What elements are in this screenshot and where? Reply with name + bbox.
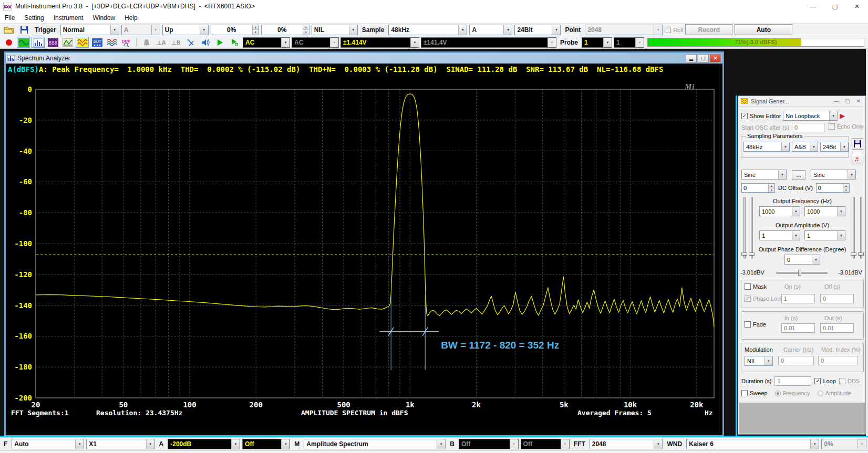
chevron-down-icon: ▼ [561,439,569,449]
siggen-channels-select[interactable]: A&B▼ [792,142,818,152]
sampling-channel-select[interactable]: A▼ [469,25,512,35]
siggen-maximize-button[interactable]: ▢ [843,98,852,104]
loopback-select[interactable]: No Loopback▼ [783,111,838,121]
spectrum-plot[interactable]: 0-20-40-60-80-100-120-140-160-180-200205… [6,75,721,417]
siggen-rate-select[interactable]: 48kHz▼ [743,142,790,152]
spectrum-chart-area[interactable]: 0-20-40-60-80-100-120-140-160-180-200205… [6,75,722,435]
frequency-b-select[interactable]: 1000▼ [804,206,845,216]
waveform-more-button[interactable]: ... [792,170,805,180]
svg-text:888: 888 [48,40,57,46]
signal-generator-icon[interactable] [76,37,89,48]
status-strip [0,450,868,453]
waveform-a-select[interactable]: Sine▼ [741,170,787,180]
view-settings-toolbar: F Auto▼ X1▼ A -200dB▼ Off▼ M Amplitude S… [0,437,868,450]
trigger-delay-input[interactable]: 0% ▲▼ [261,25,309,35]
siggen-bits-select[interactable]: 24Bit▼ [820,142,849,152]
balance-slider[interactable] [776,272,828,274]
siggen-music-button[interactable]: ♬ [852,153,863,164]
probe-calibration-icon[interactable] [184,37,197,48]
fft-size-select[interactable]: 2048▼ [590,439,663,449]
spinner-buttons[interactable]: ▲▼ [843,184,849,192]
mask-checkbox[interactable]: Mask [745,283,767,290]
ddp-viewer-icon[interactable]: DDP [120,37,133,48]
siggen-run-icon[interactable]: ▶ [840,112,845,119]
start-osc-input: 0 [792,123,824,132]
chevron-down-icon: ▼ [437,439,445,449]
save-icon[interactable] [17,24,30,35]
siggen-save-button[interactable] [852,138,863,150]
open-file-icon[interactable] [2,24,15,35]
menu-window[interactable]: Window [88,13,120,23]
trigger-edge-select[interactable]: Up▼ [162,25,209,35]
chevron-down-icon: ▼ [510,439,518,449]
chevron-down-icon: ▼ [848,170,855,179]
play-icon[interactable] [213,37,226,48]
siggen-minimize-button[interactable]: — [832,98,841,104]
waveform-b-select[interactable]: Sine▼ [811,170,856,180]
trigger-level-input[interactable]: 0% ▲▼ [211,25,259,35]
spinner-buttons[interactable]: ▲▼ [768,184,774,192]
a-range-select[interactable]: -200dB▼ [168,439,240,449]
maximize-button[interactable]: ▢ [824,0,846,13]
frequency-a-select[interactable]: 1000▼ [759,206,800,216]
menu-help[interactable]: Help [120,13,142,23]
phase-select[interactable]: 0▼ [784,255,820,265]
data-logger-icon[interactable] [105,37,118,48]
a-label: A [157,440,166,448]
view-mode-select[interactable]: Amplitude Spectrum▼ [304,439,446,449]
zoom-select[interactable]: X1▼ [86,439,154,449]
slider-thumb[interactable] [858,252,864,256]
fade-checkbox[interactable]: Fade [745,321,766,328]
menu-file[interactable]: File [0,13,19,23]
output-b-fine-slider[interactable] [860,197,862,259]
spinner-buttons[interactable]: ▲▼ [303,25,309,35]
spinner-buttons[interactable]: ▲▼ [252,25,259,35]
spectrum-close-button[interactable]: ✕ [710,54,721,62]
channel-a-range-select[interactable]: ±1.414V▼ [340,37,419,48]
slider-thumb[interactable] [851,252,856,256]
chevron-down-icon: ▼ [281,38,290,47]
window-function-select[interactable]: Kaiser 6▼ [686,439,819,449]
spectrum-maximize-button[interactable]: ▢ [698,54,709,62]
oscilloscope-icon[interactable] [17,37,30,48]
close-button[interactable]: ✕ [846,0,868,13]
auto-button[interactable]: Auto [735,24,792,35]
dc-offset-a-input[interactable]: 0 ▲▼ [741,183,775,193]
sampling-rate-select[interactable]: 48kHz▼ [388,25,467,35]
bit-depth-select[interactable]: 24Bit▼ [514,25,561,35]
probe-a-select[interactable]: 1▼ [582,37,612,48]
record-button: Record [685,24,732,35]
modulation-type-select[interactable]: NIL▼ [745,356,773,366]
trigger-rejection-select[interactable]: NIL▼ [312,25,358,35]
toolbar-separator [136,38,137,47]
a-secondary-select[interactable]: Off▼ [242,439,290,449]
slider-thumb[interactable] [798,270,801,276]
minimize-button[interactable]: — [802,0,824,13]
dc-offset-b-input[interactable]: 0 ▲▼ [816,183,850,193]
slider-thumb[interactable] [741,252,747,256]
siggen-titlebar[interactable]: Signal Gener... — ▢ ✕ [738,96,865,107]
trigger-mode-select[interactable]: Normal▼ [60,25,119,35]
play-loop-icon[interactable] [228,37,241,48]
siggen-close-button[interactable]: ✕ [854,98,863,104]
loop-checkbox[interactable]: ✓ Loop [814,378,835,384]
device-test-plan-icon[interactable]: DUT [90,37,104,48]
spectrum-3d-plotter-icon[interactable] [61,37,74,48]
sound-output-icon[interactable] [199,37,212,48]
menu-instrument[interactable]: Instrument [49,13,88,23]
channel-a-coupling-select[interactable]: AC▼ [243,37,290,48]
sweep-checkbox[interactable]: Sweep [741,390,768,396]
amplitude-b-select[interactable]: 1▼ [804,230,845,240]
spectrum-window-titlebar[interactable]: Spectrum Analyzer ▂ ▢ ✕ [6,53,722,64]
frequency-axis-select[interactable]: Auto▼ [12,439,84,449]
record-icon[interactable] [2,37,15,48]
chevron-down-icon: ▼ [654,25,662,35]
menu-setting[interactable]: Setting [19,13,48,23]
slider-thumb[interactable] [749,252,755,256]
show-editor-checkbox[interactable]: ✓ Show Editor [741,113,781,119]
amplitude-a-select[interactable]: 1▼ [759,230,800,240]
spectrum-minimize-button[interactable]: ▂ [686,54,697,62]
mask-off-label: Off (s) [824,283,840,290]
multimeter-icon[interactable]: 888 [46,37,59,48]
spectrum-analyzer-icon[interactable] [32,37,45,48]
